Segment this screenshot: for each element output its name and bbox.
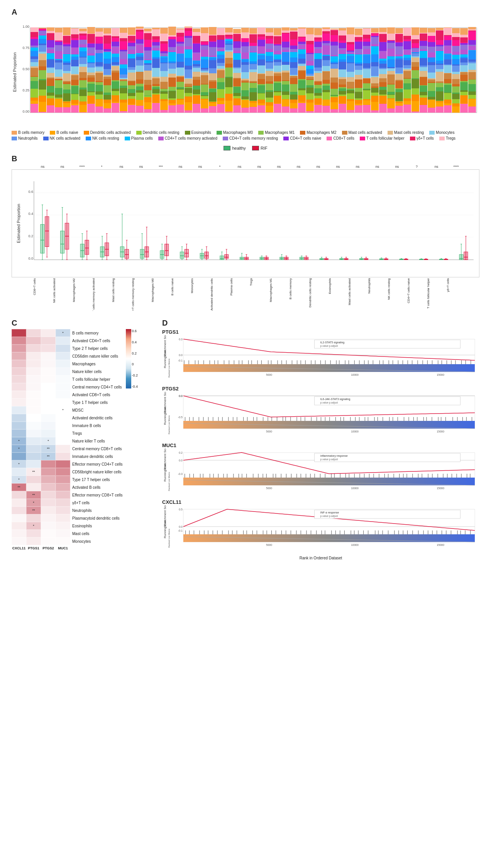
heatmap-cell: [41, 514, 56, 522]
svg-rect-84: [55, 60, 63, 62]
svg-rect-121: [71, 85, 79, 86]
svg-rect-851: [355, 64, 362, 66]
svg-rect-828: [347, 77, 354, 82]
svg-rect-255: [120, 50, 127, 51]
svg-rect-809: [339, 62, 346, 69]
svg-rect-874: [363, 55, 371, 63]
legend-swatch: [12, 131, 17, 135]
svg-rect-185: [95, 81, 103, 82]
svg-rect-604: [257, 40, 265, 46]
svg-rect-453: [201, 84, 208, 84]
svg-text:-0.1: -0.1: [178, 359, 183, 362]
x-tick-label: Tregs: [249, 278, 269, 311]
heatmap-cell: [26, 414, 41, 422]
svg-rect-526: [225, 32, 233, 35]
heatmap-cell: [26, 344, 41, 352]
svg-rect-960: [395, 46, 403, 54]
svg-rect-1120: [460, 65, 468, 72]
svg-rect-373: [168, 69, 176, 74]
svg-rect-235: [112, 42, 119, 46]
svg-rect-544: [233, 34, 241, 41]
svg-rect-443: [193, 36, 200, 43]
svg-rect-354: [160, 62, 168, 63]
svg-rect-1029: [428, 108, 435, 113]
svg-rect-359: [160, 51, 168, 53]
heatmap-cell: [56, 383, 70, 391]
svg-rect-103: [63, 71, 71, 73]
svg-rect-65: [47, 53, 54, 59]
svg-rect-90: [55, 41, 63, 42]
svg-rect-158: [87, 96, 95, 103]
svg-rect-890: [371, 77, 379, 83]
svg-rect-151: [79, 40, 87, 44]
svg-rect-374: [168, 63, 176, 69]
heatmap-cell: [56, 530, 70, 537]
svg-rect-881: [363, 29, 371, 35]
svg-rect-221: [112, 91, 119, 95]
svg-rect-218: [112, 103, 119, 113]
svg-rect-670: [282, 30, 290, 33]
legend-item: Macrophages M0: [217, 130, 253, 135]
svg-rect-1122: [460, 58, 468, 62]
svg-rect-159: [87, 92, 95, 96]
svg-rect-52: [39, 28, 46, 29]
svg-rect-568: [249, 103, 257, 107]
svg-rect-1053: [436, 83, 444, 87]
svg-rect-766: [322, 60, 330, 66]
svg-rect-928: [387, 92, 395, 95]
svg-rect-980: [403, 50, 411, 55]
sig-label: ns: [367, 165, 387, 169]
svg-rect-861: [363, 105, 371, 113]
svg-rect-513: [225, 68, 233, 77]
svg-rect-967: [403, 101, 411, 105]
svg-rect-711: [298, 37, 306, 37]
svg-text:0.0: 0.0: [179, 354, 183, 356]
svg-rect-194: [95, 37, 103, 44]
heatmap-cell: **: [41, 445, 56, 453]
svg-rect-249: [120, 78, 127, 79]
svg-rect-784: [330, 83, 338, 89]
svg-text:0.3: 0.3: [179, 338, 183, 341]
svg-rect-600: [257, 59, 265, 65]
svg-rect-680: [290, 76, 298, 76]
heatmap-cell: [26, 399, 41, 406]
svg-rect-962: [395, 42, 403, 42]
svg-rect-891: [371, 76, 379, 77]
heatmap-cell: [41, 429, 56, 437]
svg-rect-287: [136, 84, 144, 86]
svg-rect-414: [185, 78, 192, 79]
svg-rect-1013: [420, 85, 427, 86]
svg-rect-123: [71, 75, 79, 80]
svg-rect-117: [71, 100, 79, 104]
svg-rect-383: [168, 27, 176, 35]
svg-rect-204: [103, 79, 111, 85]
svg-rect-594: [257, 84, 265, 85]
svg-rect-958: [395, 56, 403, 58]
heatmap-cell: [41, 483, 56, 491]
svg-rect-798: [339, 104, 346, 113]
svg-rect-914: [379, 61, 387, 64]
svg-rect-262: [128, 99, 135, 104]
heatmap-cell: [26, 445, 41, 453]
x-tick-label: Eosinophils: [328, 278, 348, 311]
svg-rect-982: [403, 41, 411, 49]
svg-rect-445: [193, 29, 200, 32]
heatmap-row-label: B cells memory: [72, 329, 123, 337]
svg-rect-258: [120, 33, 127, 38]
svg-rect-411: [185, 86, 192, 87]
svg-rect-578: [249, 64, 257, 69]
svg-text:Score: Score: [164, 350, 166, 357]
svg-rect-33: [39, 102, 46, 112]
svg-rect-1095: [452, 86, 460, 93]
svg-rect-1146: [468, 50, 476, 51]
svg-rect-830: [347, 63, 354, 72]
svg-rect-644: [274, 51, 281, 54]
svg-rect-816: [339, 35, 346, 41]
svg-rect-182: [95, 91, 103, 95]
svg-rect-100: [63, 82, 71, 84]
svg-rect-500: [217, 55, 225, 59]
legend-swatch: [283, 137, 289, 140]
svg-rect-622: [266, 52, 273, 56]
svg-rect-531: [233, 93, 241, 96]
svg-rect-335: [152, 48, 160, 51]
